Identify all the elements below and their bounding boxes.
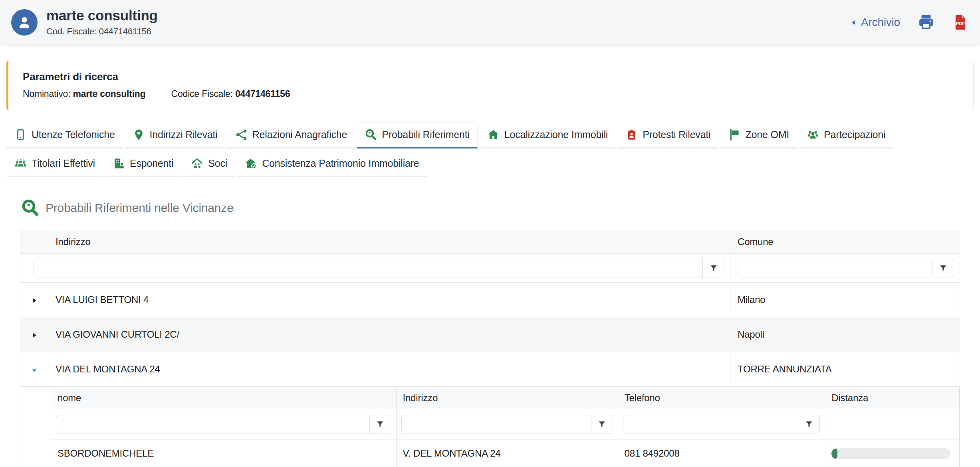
tab-consistenza-patrimonio[interactable]: Consistenza Patrimonio Immobiliare: [237, 151, 427, 177]
column-header-indirizzo: Indirizzo: [396, 387, 618, 409]
detail-table-header-row: nome Indirizzo Telefono Distanza: [51, 387, 960, 409]
row-expand-toggle[interactable]: [20, 317, 48, 352]
tab-titolari-effettivi[interactable]: Titolari Effettivi: [6, 151, 103, 177]
building-user-icon: [113, 157, 125, 170]
cell-nome: SBORDONEMICHELE: [51, 439, 397, 467]
comune-filter-button[interactable]: [932, 259, 954, 277]
printer-icon: [917, 13, 935, 32]
tab-protesti-rilevati[interactable]: Protesti Rilevati: [617, 122, 718, 148]
tab-soci[interactable]: Soci: [183, 151, 235, 177]
nome-filter-input[interactable]: [56, 415, 369, 433]
search-pin-icon: [21, 199, 39, 217]
house-users-icon: [191, 157, 203, 170]
tab-relazioni-anagrafiche[interactable]: Relazioni Anagrafiche: [227, 122, 355, 148]
expanded-detail-row: nome Indirizzo Telefono Distanza: [20, 387, 960, 467]
column-header-telefono: Telefono: [618, 387, 825, 409]
search-params-card: Parametri di ricerca Nominativo: marte c…: [6, 61, 974, 110]
tab-row-1: Utenze Telefoniche Indirizzi Rilevati Re…: [6, 122, 974, 148]
tab-partecipazioni[interactable]: Partecipazioni: [799, 122, 893, 148]
map-pin-icon: [133, 129, 145, 141]
comune-filter-input[interactable]: [738, 259, 932, 277]
indirizzo-filter-input[interactable]: [34, 259, 702, 277]
cell-distanza: [825, 439, 960, 467]
flag-icon: [728, 129, 740, 141]
triangle-right-icon: [30, 297, 38, 305]
cell-comune: TORRE ANNUNZIATA: [730, 352, 960, 387]
mobile-phone-icon: [14, 129, 27, 141]
avatar: [11, 9, 38, 36]
distance-progress-bar: [831, 448, 950, 459]
people-group-icon: [14, 157, 27, 170]
detail-table-row: SBORDONEMICHELE V. DEL MONTAGNA 24 081 8…: [51, 439, 960, 467]
nominativo-field: Nominativo: marte consulting: [23, 89, 146, 99]
table-row: VIA GIOVANNI CURTOLI 2C/ Napoli: [20, 317, 960, 352]
results-table: Indirizzo Comune: [20, 230, 960, 467]
network-icon: [235, 129, 248, 141]
row-expand-toggle[interactable]: [20, 283, 48, 317]
results-table-filter-row: [20, 254, 960, 283]
cell-indirizzo: VIA DEL MONTAGNA 24: [48, 352, 730, 387]
cell-comune: Napoli: [730, 317, 960, 352]
cell-indirizzo: VIA GIOVANNI CURTOLI 2C/: [48, 317, 730, 352]
results-table-header-row: Indirizzo Comune: [20, 230, 960, 254]
cell-telefono: 081 8492008: [618, 439, 825, 467]
tab-probabili-riferimenti[interactable]: Probabili Riferimenti: [357, 122, 478, 148]
expander-column-header: [20, 230, 48, 254]
indirizzo-filter-button[interactable]: [702, 259, 724, 277]
fiscal-code: Cod. Fiscale: 04471461156: [46, 26, 158, 37]
top-header: marte consulting Cod. Fiscale: 044714611…: [0, 0, 980, 45]
detail-table: nome Indirizzo Telefono Distanza: [51, 387, 960, 467]
telefono-filter-button[interactable]: [798, 415, 819, 433]
badge-icon: [625, 129, 638, 141]
tab-indirizzi-rilevati[interactable]: Indirizzi Rilevati: [125, 122, 226, 148]
table-row: VIA LUIGI BETTONI 4 Milano: [20, 283, 960, 317]
codice-fiscale-field: Codice Fiscale: 04471461156: [171, 89, 290, 99]
chevron-left-icon: [850, 19, 857, 26]
telefono-filter-input[interactable]: [623, 415, 798, 433]
funnel-icon: [376, 420, 385, 429]
funnel-icon: [939, 264, 948, 273]
detail-indirizzo-filter-button[interactable]: [591, 415, 613, 433]
pdf-file-icon: PDF: [952, 13, 969, 32]
section-title: Probabili Riferimenti nelle Vicinanze: [46, 201, 234, 215]
person-icon: [16, 14, 33, 31]
expander-spacer-cell: [20, 387, 48, 467]
search-params-title: Parametri di ricerca: [23, 71, 959, 83]
search-pin-icon: [365, 129, 377, 141]
cell-indirizzo: VIA LUIGI BETTONI 4: [48, 283, 730, 317]
page-title: marte consulting: [46, 8, 158, 24]
print-button[interactable]: [917, 13, 935, 32]
section-heading: Probabili Riferimenti nelle Vicinanze: [21, 199, 974, 217]
triangle-right-icon: [30, 331, 38, 339]
archive-link-label: Archivio: [861, 16, 900, 29]
house-icon: [487, 129, 500, 141]
column-header-indirizzo: Indirizzo: [48, 230, 730, 254]
row-collapse-toggle[interactable]: [20, 352, 48, 387]
funnel-icon: [597, 420, 606, 429]
triangle-down-icon: [30, 366, 38, 374]
distance-progress-fill: [831, 448, 837, 459]
cell-comune: Milano: [730, 283, 960, 317]
users-icon: [807, 129, 819, 141]
funnel-icon: [805, 420, 813, 429]
column-header-comune: Comune: [730, 230, 960, 254]
table-row: VIA DEL MONTAGNA 24 TORRE ANNUNZIATA: [20, 352, 960, 387]
tab-esponenti[interactable]: Esponenti: [105, 151, 181, 177]
column-header-distanza: Distanza: [825, 387, 960, 409]
tab-utenze-telefoniche[interactable]: Utenze Telefoniche: [6, 122, 123, 148]
house-check-icon: [245, 157, 257, 170]
tab-zone-omi[interactable]: Zone OMI: [720, 122, 797, 148]
tab-row-2: Titolari Effettivi Esponenti: [6, 151, 974, 177]
detail-indirizzo-filter-input[interactable]: [402, 415, 591, 433]
funnel-icon: [709, 264, 718, 273]
tabs: Utenze Telefoniche Indirizzi Rilevati Re…: [6, 122, 974, 177]
tab-localizzazione-immobili[interactable]: Localizzazione Immobili: [479, 122, 616, 148]
detail-table-filter-row: [51, 409, 960, 439]
cell-indirizzo: V. DEL MONTAGNA 24: [396, 439, 618, 467]
distanza-filter-cell: [825, 409, 960, 439]
column-header-nome: nome: [51, 387, 397, 409]
svg-text:PDF: PDF: [956, 21, 965, 26]
archive-link[interactable]: Archivio: [850, 16, 900, 29]
pdf-export-button[interactable]: PDF: [952, 13, 969, 32]
nome-filter-button[interactable]: [369, 415, 391, 433]
